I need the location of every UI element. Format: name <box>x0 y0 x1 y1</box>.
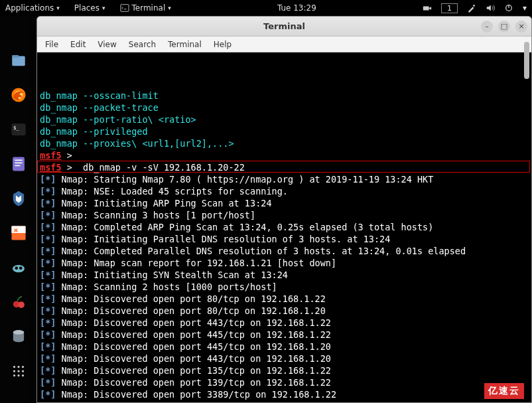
terminal-output-line: [*] Nmap: Nmap scan report for 192.168.1… <box>40 257 529 269</box>
svg-point-19 <box>15 266 18 270</box>
applications-label: Applications <box>5 3 54 13</box>
menu-help[interactable]: Help <box>214 40 232 49</box>
svg-point-22 <box>18 301 25 308</box>
svg-rect-1 <box>423 6 429 10</box>
svg-point-20 <box>19 266 22 270</box>
terminal-output-line: [*] Nmap: Discovered open port 443/tcp o… <box>40 317 529 329</box>
svg-rect-15 <box>15 165 20 167</box>
svg-rect-13 <box>15 160 22 161</box>
terminal-shortcut-icon[interactable]: $_ <box>7 118 30 141</box>
terminal-output-line: db_nmap --privileged <box>40 125 529 137</box>
places-menu[interactable]: Places▾ <box>74 3 105 13</box>
places-label: Places <box>74 3 100 13</box>
terminal-output-line: [*] Nmap: NSE: Loaded 45 scripts for sca… <box>40 185 529 197</box>
terminal-prompt-line: msf5 > <box>40 149 529 161</box>
terminal-window: Terminal – □ × File Edit View Search Ter… <box>36 16 532 403</box>
launcher-dock: $_ <box>0 16 36 403</box>
svg-point-29 <box>17 370 19 372</box>
terminal-output-line: [*] Nmap: Completed ARP Ping Scan at 13:… <box>40 221 529 233</box>
terminal-output-line: [*] Nmap: Scanning 3 hosts [1 port/host] <box>40 209 529 221</box>
minimize-button[interactable]: – <box>481 21 493 33</box>
svg-point-30 <box>21 370 23 372</box>
cherrytree-icon[interactable] <box>7 291 30 313</box>
svg-point-32 <box>17 374 19 376</box>
svg-rect-12 <box>13 157 25 171</box>
db-browser-icon[interactable] <box>7 325 30 348</box>
menu-view[interactable]: View <box>98 40 116 49</box>
terminal-icon <box>120 3 129 13</box>
terminal-output-line: db_nmap --packet-trace <box>40 102 529 114</box>
svg-point-33 <box>21 374 23 376</box>
terminal-output-line: [*] Nmap: Discovered open port 139/tcp o… <box>40 376 529 388</box>
terminal-command-line: msf5 > db_nmap -v -sV 192.168.1.20-22 <box>40 161 529 173</box>
text-editor-icon[interactable] <box>7 153 30 175</box>
firefox-icon[interactable] <box>7 84 30 106</box>
terminal-output-line: [*] Nmap: Completed Parallel DNS resolut… <box>40 245 529 257</box>
menu-edit[interactable]: Edit <box>70 40 86 49</box>
workspace-indicator[interactable]: 1 <box>441 3 458 13</box>
terminal-output-line: [*] Nmap: Discovered open port 3389/tcp … <box>40 388 529 400</box>
svg-rect-0 <box>120 5 128 12</box>
terminal-output-line: [*] Nmap: Discovered open port 80/tcp on… <box>40 293 529 305</box>
terminal-output-line: [*] Nmap: Starting Nmap 7.80 ( https://n… <box>40 173 529 185</box>
close-button[interactable]: × <box>515 21 527 33</box>
svg-point-28 <box>13 370 15 372</box>
menu-terminal[interactable]: Terminal <box>168 40 202 49</box>
terminal-output-line: db_nmap --osscan-limit <box>40 90 529 102</box>
terminal-menubar: File Edit View Search Terminal Help <box>37 37 531 52</box>
svg-point-31 <box>13 374 15 376</box>
tool-icon[interactable] <box>467 3 476 13</box>
terminal-output-line: [*] Nmap: Discovered open port 80/tcp on… <box>40 305 529 317</box>
terminal-output-line: [*] Nmap: Discovered open port 443/tcp o… <box>40 353 529 364</box>
svg-rect-17 <box>11 226 25 233</box>
terminal-output-line: [*] Nmap: Initiating Parallel DNS resolu… <box>40 233 529 245</box>
terminal-title: Terminal <box>263 21 305 31</box>
terminal-app-menu[interactable]: Terminal▾ <box>120 3 171 13</box>
svg-point-27 <box>21 366 23 368</box>
svg-point-18 <box>13 265 25 272</box>
ettercap-icon[interactable] <box>7 256 30 279</box>
svg-text:$_: $_ <box>13 125 19 131</box>
terminal-output-line: [*] Nmap: Discovered open port 135/tcp o… <box>40 364 529 376</box>
terminal-titlebar[interactable]: Terminal – □ × <box>37 17 531 37</box>
svg-rect-7 <box>12 55 19 58</box>
menu-file[interactable]: File <box>45 40 58 49</box>
system-tray: 1 ▾ <box>423 3 527 13</box>
maximize-button[interactable]: □ <box>498 21 510 33</box>
files-icon[interactable] <box>7 49 30 72</box>
svg-rect-14 <box>15 163 22 164</box>
system-menu-caret[interactable]: ▾ <box>523 3 527 13</box>
clock[interactable]: Tue 13:29 <box>171 3 423 13</box>
burp-icon[interactable] <box>7 222 30 244</box>
terminal-output-line: [*] Nmap: Discovered open port 445/tcp o… <box>40 341 529 353</box>
metasploit-icon[interactable] <box>7 187 30 210</box>
scrollbar-thumb[interactable] <box>524 42 529 79</box>
terminal-output-line: [*] Nmap: Initiating ARP Ping Scan at 13… <box>40 197 529 209</box>
svg-point-25 <box>13 366 15 368</box>
menu-search[interactable]: Search <box>129 40 156 49</box>
power-icon[interactable] <box>504 3 513 13</box>
terminal-output-line: db_nmap --proxies\ <url1,[url2],...> <box>40 137 529 149</box>
system-topbar: Applications▾ Places▾ Terminal▾ Tue 13:2… <box>0 0 532 16</box>
terminal-scrollbar[interactable] <box>523 42 530 402</box>
terminal-body[interactable]: db_nmap --osscan-limitdb_nmap --packet-t… <box>37 52 531 402</box>
terminal-output-line: [*] Nmap: Discovered open port 49153/tcp… <box>40 400 529 402</box>
applications-menu[interactable]: Applications▾ <box>5 3 60 13</box>
svg-point-26 <box>17 366 19 368</box>
terminal-output-line: [*] Nmap: Discovered open port 445/tcp o… <box>40 329 529 341</box>
camera-icon[interactable] <box>423 3 432 13</box>
terminal-output-line: [*] Nmap: Scanning 2 hosts [1000 ports/h… <box>40 281 529 293</box>
svg-point-24 <box>13 330 23 335</box>
terminal-output-line: db_nmap --port-ratio\ <ratio> <box>40 114 529 125</box>
terminal-output-line: [*] Nmap: Initiating SYN Stealth Scan at… <box>40 269 529 281</box>
terminal-app-label: Terminal <box>132 3 166 13</box>
volume-icon[interactable] <box>486 3 495 13</box>
apps-grid-icon[interactable] <box>7 360 30 382</box>
